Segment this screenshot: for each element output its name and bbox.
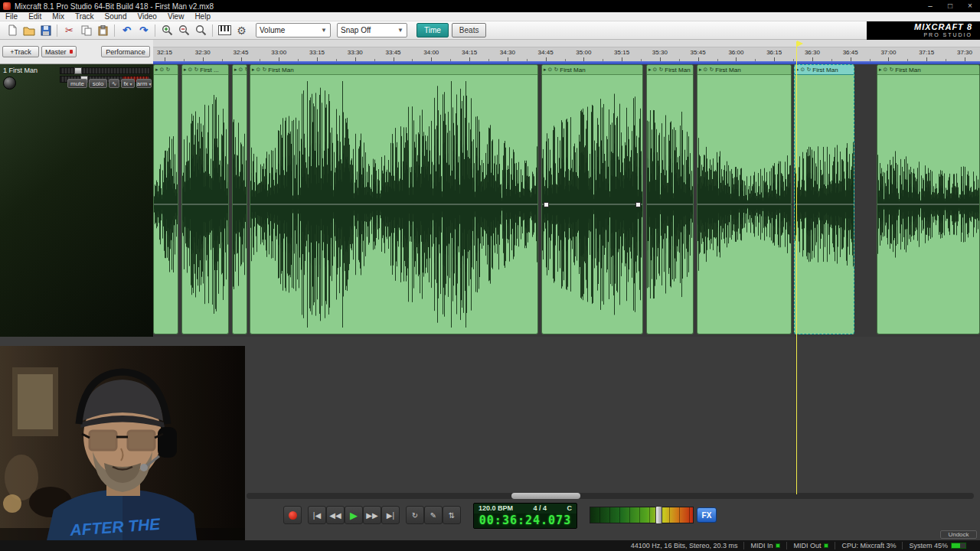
- clip-refresh-icon[interactable]: ↻: [889, 67, 893, 73]
- clip-loop-icon[interactable]: ⊙: [160, 67, 165, 73]
- track-volume-slider[interactable]: [60, 67, 150, 74]
- clip-refresh-icon[interactable]: ↻: [194, 67, 198, 73]
- undock-button[interactable]: Undock: [940, 530, 977, 539]
- master-track-button[interactable]: Master: [41, 46, 77, 57]
- audio-clip[interactable]: ▸⊙↻First ...: [181, 64, 229, 334]
- volume-dropdown[interactable]: Volume ▼: [256, 23, 331, 37]
- snap-dropdown[interactable]: Snap Off ▼: [337, 23, 407, 37]
- menu-file[interactable]: File: [0, 12, 23, 21]
- zoom-fit-icon[interactable]: [193, 23, 209, 38]
- monitor-knob[interactable]: [3, 77, 16, 90]
- skip-to-start-button[interactable]: |◀: [308, 506, 326, 524]
- clip-refresh-icon[interactable]: ↻: [658, 67, 663, 73]
- clip-loop-icon[interactable]: ⊙: [239, 67, 243, 73]
- open-project-icon[interactable]: [21, 23, 37, 38]
- close-button[interactable]: ×: [960, 0, 980, 12]
- clip-play-icon[interactable]: ▸: [648, 67, 652, 73]
- clip-header[interactable]: ▸⊙↻First Man: [250, 65, 537, 75]
- time-mode-button[interactable]: Time: [416, 23, 449, 37]
- master-fx-button[interactable]: FX: [697, 507, 717, 523]
- save-icon[interactable]: [38, 23, 54, 38]
- clip-header[interactable]: ▸⊙↻First Man: [697, 65, 791, 75]
- clip-loop-icon[interactable]: ⊙: [884, 67, 888, 73]
- audio-clip[interactable]: ▸⊙↻First: [232, 64, 247, 334]
- menu-help[interactable]: Help: [189, 12, 216, 21]
- fast-forward-button[interactable]: ▶▶: [363, 506, 381, 524]
- clip-header[interactable]: ▸⊙↻First Man: [877, 65, 979, 75]
- clip-play-icon[interactable]: ▸: [155, 67, 158, 73]
- solo-button[interactable]: solo: [89, 79, 107, 88]
- clip-header[interactable]: ▸⊙↻First Man: [647, 65, 693, 75]
- clip-refresh-icon[interactable]: ↻: [244, 67, 247, 73]
- clip-play-icon[interactable]: ▸: [234, 67, 237, 73]
- time-display[interactable]: 00:36:24.073: [474, 514, 577, 528]
- clip-refresh-icon[interactable]: ↻: [262, 67, 266, 73]
- settings-gear-icon[interactable]: ⚙: [234, 23, 250, 38]
- audio-clip[interactable]: ▸⊙↻First Man: [250, 64, 538, 334]
- redo-icon[interactable]: ↷: [136, 23, 152, 38]
- minimize-button[interactable]: –: [920, 0, 940, 12]
- clip-refresh-icon[interactable]: ↻: [806, 67, 811, 73]
- menu-view[interactable]: View: [162, 12, 190, 21]
- clip-loop-icon[interactable]: ⊙: [704, 67, 708, 73]
- clip-play-icon[interactable]: ▸: [544, 67, 547, 73]
- play-button[interactable]: ▶: [345, 506, 363, 524]
- key-display[interactable]: C: [567, 504, 572, 514]
- menu-mix[interactable]: Mix: [47, 12, 70, 21]
- automation-button[interactable]: ✎: [424, 506, 443, 524]
- add-track-button[interactable]: +Track: [2, 46, 39, 57]
- zoom-out-icon[interactable]: [176, 23, 192, 38]
- marker-strip[interactable]: [153, 40, 980, 47]
- menu-edit[interactable]: Edit: [23, 12, 47, 21]
- menu-sound[interactable]: Sound: [100, 12, 132, 21]
- clip-play-icon[interactable]: ▸: [184, 67, 187, 73]
- audio-clip[interactable]: ▸⊙↻First Man: [646, 64, 694, 334]
- audio-clip[interactable]: ▸⊙↻: [153, 64, 178, 334]
- time-signature-display[interactable]: 4 / 4: [534, 504, 547, 514]
- beats-mode-button[interactable]: Beats: [452, 23, 487, 37]
- arm-button[interactable]: arm▾: [136, 79, 152, 88]
- horizontal-scrollbar[interactable]: [247, 493, 974, 499]
- playhead[interactable]: [796, 41, 797, 494]
- master-volume-meter[interactable]: [590, 507, 694, 523]
- copy-icon[interactable]: [78, 23, 94, 38]
- menu-track[interactable]: Track: [70, 12, 100, 21]
- clip-play-icon[interactable]: ▸: [879, 67, 882, 73]
- rewind-button[interactable]: ◀◀: [326, 506, 345, 524]
- audio-clip[interactable]: ▸⊙↻First Man: [697, 64, 792, 334]
- clip-play-icon[interactable]: ▸: [252, 67, 255, 73]
- clip-refresh-icon[interactable]: ↻: [165, 67, 170, 73]
- audio-clip[interactable]: ▸⊙↻First Man: [794, 64, 854, 334]
- maximize-button[interactable]: □: [940, 0, 960, 12]
- menu-video[interactable]: Video: [132, 12, 162, 21]
- clip-header[interactable]: ▸⊙↻: [154, 65, 178, 75]
- volume-slider-handle[interactable]: [74, 67, 82, 74]
- envelope-button[interactable]: ∿: [109, 79, 119, 88]
- master-volume-handle[interactable]: [655, 506, 662, 524]
- audio-clip[interactable]: ▸⊙↻First Man: [877, 64, 980, 334]
- timeline-ruler[interactable]: 32:1532:3032:4533:0033:1533:3033:4534:00…: [153, 47, 980, 61]
- loop-button[interactable]: ↻: [406, 506, 424, 524]
- undo-icon[interactable]: ↶: [119, 23, 135, 38]
- bpm-display[interactable]: 120.0 BPM: [479, 504, 513, 514]
- clip-header[interactable]: ▸⊙↻First: [233, 65, 247, 75]
- record-button[interactable]: [283, 506, 302, 524]
- clip-loop-icon[interactable]: ⊙: [801, 67, 805, 73]
- clip-header[interactable]: ▸⊙↻First ...: [182, 65, 228, 75]
- clip-play-icon[interactable]: ▸: [699, 67, 702, 73]
- audio-clip[interactable]: ▸⊙↻First Man: [541, 64, 643, 334]
- arrange-area[interactable]: ▸⊙↻▸⊙↻First ...▸⊙↻First▸⊙↻First Man▸⊙↻Fi…: [153, 64, 980, 337]
- mute-button[interactable]: mute: [67, 79, 87, 88]
- cut-icon[interactable]: ✂: [61, 23, 77, 38]
- playhead-marker-icon[interactable]: [797, 41, 803, 47]
- track-fx-button[interactable]: fx▾: [121, 79, 135, 88]
- clip-header[interactable]: ▸⊙↻First Man: [542, 65, 642, 75]
- clip-loop-icon[interactable]: ⊙: [548, 67, 553, 73]
- midi-editor-icon[interactable]: [217, 23, 233, 38]
- paste-icon[interactable]: [95, 23, 111, 38]
- skip-to-end-button[interactable]: ▶|: [381, 506, 400, 524]
- mixer-button[interactable]: ⇅: [443, 506, 461, 524]
- clip-loop-icon[interactable]: ⊙: [256, 67, 261, 73]
- performance-panel-button[interactable]: Performance: [101, 46, 150, 57]
- zoom-in-icon[interactable]: [159, 23, 175, 38]
